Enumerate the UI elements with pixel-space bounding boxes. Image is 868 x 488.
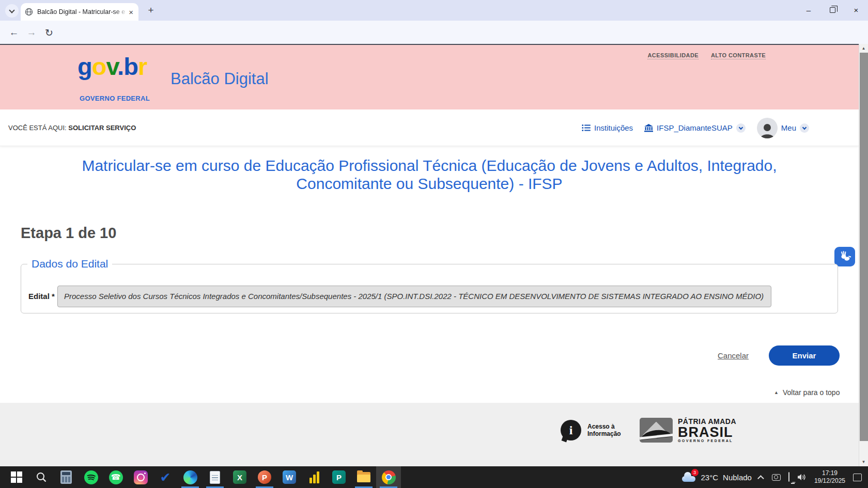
- govbr-logo[interactable]: gov.br: [78, 54, 147, 78]
- sign-language-hands-icon: [839, 251, 851, 262]
- access-info-line1: Acesso à: [587, 423, 621, 430]
- logo-letter: v: [106, 53, 117, 80]
- user-menu-chevron[interactable]: [800, 123, 809, 133]
- patria-line2: BRASIL: [678, 426, 736, 439]
- govbr-header: ACESSIBILIDADE ALTO CONTRASTE gov.br GOV…: [0, 45, 859, 109]
- institutions-label: Instituições: [594, 123, 633, 132]
- logo-letter: g: [78, 53, 92, 80]
- browser-toolbar: ← → ↻ ☆ ⋮: [0, 21, 868, 44]
- taskbar-calculator[interactable]: [54, 466, 79, 488]
- account-nav-row: VOCÊ ESTÁ AQUI: SOLICITAR SERVIÇO Instit…: [0, 109, 859, 146]
- network-icon[interactable]: [788, 473, 789, 482]
- tray-expand-icon[interactable]: [757, 475, 764, 482]
- taskbar-file-explorer[interactable]: [351, 466, 376, 488]
- folder-icon: [357, 472, 370, 482]
- chevron-down-icon: [739, 125, 743, 129]
- edital-fieldset: Dados do Edital Edital * Processo Seleti…: [21, 258, 838, 313]
- tab-close-icon[interactable]: ×: [128, 8, 134, 17]
- taskbar-edge[interactable]: [178, 466, 203, 488]
- accessibility-link[interactable]: ACESSIBILIDADE: [647, 52, 699, 59]
- scrollbar-thumb[interactable]: [860, 53, 868, 441]
- browser-titlebar: Balcão Digital - Matricular-se e × + – ×: [0, 0, 868, 21]
- institution-selector[interactable]: IFSP_DiamanteSUAP: [644, 123, 746, 133]
- meet-now-icon[interactable]: [772, 474, 781, 481]
- scroll-up-icon[interactable]: ▲: [859, 46, 868, 51]
- list-icon: [582, 124, 591, 132]
- taskbar-todo[interactable]: ✔: [153, 466, 178, 488]
- weather-temp: 23°C: [701, 473, 719, 482]
- app-title: Balcão Digital: [171, 70, 269, 88]
- weather-widget[interactable]: 3 23°C Nublado: [681, 472, 752, 482]
- logo-letter: .: [117, 53, 123, 80]
- tab-search-button[interactable]: [5, 4, 19, 18]
- submit-button[interactable]: Enviar: [769, 345, 840, 366]
- action-center-icon[interactable]: [853, 474, 862, 481]
- cancel-link[interactable]: Cancelar: [718, 351, 749, 360]
- browser-tab[interactable]: Balcão Digital - Matricular-se e ×: [21, 3, 138, 21]
- taskbar-clock[interactable]: 17:19 19/12/2025: [814, 469, 845, 485]
- taskbar-whatsapp[interactable]: ☎: [103, 466, 128, 488]
- fieldset-legend: Dados do Edital: [27, 258, 112, 270]
- powerpoint-icon: P: [258, 470, 271, 484]
- breadcrumb-prefix: VOCÊ ESTÁ AQUI:: [8, 124, 67, 132]
- user-menu[interactable]: Meu: [757, 118, 809, 138]
- institution-selected-label: IFSP_DiamanteSUAP: [657, 123, 733, 132]
- chevron-down-icon: [9, 7, 14, 13]
- taskbar-powerpoint[interactable]: P: [252, 466, 277, 488]
- institution-chevron[interactable]: [736, 123, 746, 133]
- bank-icon: [644, 124, 653, 132]
- taskbar-powerbi[interactable]: [302, 466, 327, 488]
- page-title-line1: Matricular-se em curso de Educação Profi…: [0, 156, 859, 175]
- taskbar-excel[interactable]: X: [227, 466, 252, 488]
- chevron-down-icon: [802, 125, 807, 129]
- tab-title: Balcão Digital - Matricular-se e: [37, 8, 128, 15]
- taskbar-chrome[interactable]: [376, 466, 401, 488]
- edital-input[interactable]: Processo Seletivo dos Cursos Técnicos In…: [57, 286, 771, 307]
- weather-badge: 3: [691, 469, 699, 476]
- back-to-top-label: Voltar para o topo: [783, 388, 840, 397]
- taskbar-publisher[interactable]: P: [327, 466, 351, 488]
- governo-federal-label: GOVERNO FEDERAL: [80, 95, 150, 102]
- close-button[interactable]: ×: [844, 0, 868, 20]
- restore-icon: [830, 7, 835, 13]
- todo-check-icon: ✔: [160, 470, 171, 485]
- volume-icon[interactable]: [797, 473, 807, 481]
- powerbi-icon: [308, 471, 320, 483]
- user-menu-label: Meu: [781, 123, 796, 132]
- patria-amada-brasil-logo: PÁTRIA AMADA BRASIL GOVERNO FEDERAL: [640, 417, 736, 443]
- weather-condition: Nublado: [723, 473, 752, 482]
- taskbar-instagram[interactable]: [128, 466, 153, 488]
- institutions-link[interactable]: Instituições: [582, 123, 633, 132]
- clock-date: 19/12/2025: [814, 477, 845, 485]
- taskbar: ☎ ✔ X P W P 3 23°C Nublado: [0, 466, 868, 488]
- excel-icon: X: [233, 470, 246, 484]
- caret-up-icon: ▲: [774, 390, 779, 395]
- start-button[interactable]: [4, 466, 29, 488]
- breadcrumb: VOCÊ ESTÁ AQUI: SOLICITAR SERVIÇO: [8, 124, 136, 132]
- back-to-top-link[interactable]: ▲ Voltar para o topo: [774, 388, 840, 397]
- avatar[interactable]: [757, 118, 778, 138]
- web-page: ACESSIBILIDADE ALTO CONTRASTE gov.br GOV…: [0, 45, 859, 466]
- high-contrast-link[interactable]: ALTO CONTRASTE: [711, 52, 766, 59]
- cloud-icon: 3: [681, 472, 696, 482]
- back-icon[interactable]: ←: [7, 26, 21, 39]
- scroll-down-icon[interactable]: ▼: [859, 460, 868, 464]
- minimize-button[interactable]: –: [797, 0, 820, 20]
- clock-time: 17:19: [814, 469, 845, 477]
- taskbar-word[interactable]: W: [277, 466, 302, 488]
- taskbar-spotify[interactable]: [79, 466, 103, 488]
- restore-button[interactable]: [820, 0, 844, 20]
- forward-icon[interactable]: →: [25, 26, 38, 39]
- scrollbar[interactable]: ▲ ▼: [859, 44, 868, 466]
- calculator-icon: [60, 470, 72, 484]
- new-tab-button[interactable]: +: [145, 5, 157, 17]
- taskbar-apps: ☎ ✔ X P W P: [4, 466, 401, 488]
- accessibility-links: ACESSIBILIDADE ALTO CONTRASTE: [647, 52, 766, 59]
- taskbar-notepad[interactable]: [203, 466, 227, 488]
- taskbar-search-button[interactable]: [29, 466, 54, 488]
- search-icon: [36, 471, 47, 483]
- reload-icon[interactable]: ↻: [42, 26, 56, 39]
- page-footer: i Acesso à Informação PÁTRIA AMADA BRASI…: [0, 403, 859, 466]
- access-info-logo[interactable]: i Acesso à Informação: [561, 420, 621, 440]
- whatsapp-icon: ☎: [109, 470, 123, 484]
